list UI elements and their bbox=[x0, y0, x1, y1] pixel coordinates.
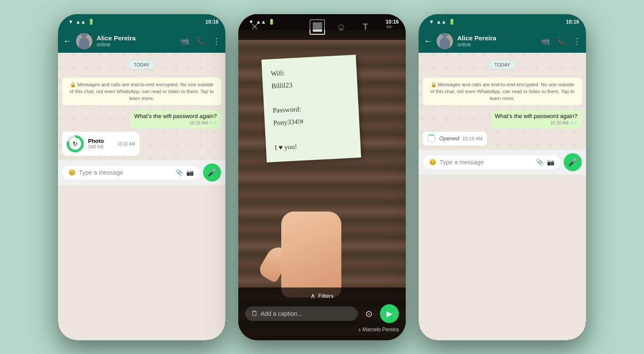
date-divider-3: TODAY bbox=[423, 61, 582, 69]
mic-button-3[interactable]: 🎤 bbox=[564, 153, 582, 171]
attach-icon-3[interactable]: 📎 bbox=[536, 159, 544, 166]
spinner-icon-3 bbox=[427, 134, 436, 143]
input-bar-3: 😊 Type a message 📎 📷 🎤 bbox=[419, 150, 586, 175]
encryption-notice-1[interactable]: 🔒 Messages and calls are end-to-end encr… bbox=[62, 78, 221, 105]
call-icon-3[interactable]: 📞 bbox=[557, 36, 566, 46]
recipient-label-2: Marcelo Pereira bbox=[362, 327, 399, 333]
photo-time-text-1: 10:16 AM bbox=[117, 142, 135, 146]
signal-icon-3: ▲▲ bbox=[436, 19, 447, 25]
battery-icon-1: 🔋 bbox=[88, 19, 94, 25]
sent-message-text-1: What's the wifi password again? bbox=[134, 113, 217, 119]
photo-icon-circle-1: ↻ bbox=[67, 135, 84, 152]
send-icon-2: ▶ bbox=[386, 309, 392, 318]
status-time-2: 10:16 bbox=[386, 19, 399, 25]
chat-wrapper-1: TODAY 🔒 Messages and calls are end-to-en… bbox=[58, 53, 225, 160]
caption-sticker-icon-2: 🗒 bbox=[251, 310, 258, 318]
chat-area-3: TODAY 🔒 Messages and calls are end-to-en… bbox=[419, 53, 586, 150]
encryption-notice-3[interactable]: 🔒 Messages and calls are end-to-end encr… bbox=[423, 78, 582, 105]
phones-container: ▼ ▲▲ 🔋 10:16 ← Alice Pereira online bbox=[58, 14, 586, 340]
caption-bar-2: 🗒 Add a caption... ⊙ ▶ bbox=[245, 304, 399, 323]
status-bar-2: ▼ ▲▲ 🔋 10:16 bbox=[238, 14, 406, 30]
double-check-1: ✓✓ bbox=[209, 120, 217, 126]
filters-bar-2: ∧ Filters bbox=[245, 292, 399, 300]
photo-time-1: 10:16 AM bbox=[117, 142, 135, 146]
input-field-3[interactable]: 😊 Type a message 📎 📷 bbox=[423, 155, 560, 169]
double-check-3: ✓✓ bbox=[570, 120, 577, 126]
date-badge-1: TODAY bbox=[129, 61, 155, 69]
mic-button-1[interactable]: 🎤 bbox=[203, 163, 221, 182]
avatar-silhouette-1 bbox=[79, 37, 89, 49]
camera-input-icon-3[interactable]: 📷 bbox=[547, 159, 554, 166]
video-call-icon-1[interactable]: 📹 bbox=[180, 36, 189, 46]
battery-icon-2: 🔋 bbox=[268, 19, 275, 25]
back-button-1[interactable]: ← bbox=[63, 36, 72, 46]
menu-icon-1[interactable]: ⋮ bbox=[213, 36, 220, 46]
wa-header-1: ← Alice Pereira online 📹 📞 ⋮ bbox=[58, 30, 225, 53]
photo-attachment-1[interactable]: ↻ Photo 348 KB 10:16 AM bbox=[62, 132, 140, 156]
view-once-icon-2[interactable]: ⊙ bbox=[361, 306, 377, 321]
caption-input-2[interactable]: 🗒 Add a caption... bbox=[245, 306, 358, 321]
recipient-bar-2[interactable]: › Marcelo Pereira bbox=[245, 326, 399, 333]
avatar-img-3 bbox=[437, 33, 453, 49]
status-bar-1: ▼ ▲▲ 🔋 10:16 bbox=[58, 14, 225, 30]
battery-icon-3: 🔋 bbox=[449, 19, 455, 25]
emoji-input-icon-1[interactable]: 😊 bbox=[68, 169, 76, 176]
photo-info-1: Photo 348 KB bbox=[88, 138, 113, 149]
hand-shape-2 bbox=[281, 212, 341, 297]
wifi-icon-3: ▼ bbox=[429, 19, 434, 25]
avatar-silhouette-3 bbox=[440, 37, 450, 49]
status-icons-3: ▼ ▲▲ 🔋 bbox=[429, 19, 455, 25]
phone-2: ▼ ▲▲ 🔋 10:16 Wifi: Billil23 Password: Po… bbox=[238, 14, 406, 340]
sent-time-3: 10:16 AM ✓✓ bbox=[495, 120, 577, 126]
back-button-3[interactable]: ← bbox=[424, 36, 432, 46]
send-button-2[interactable]: ▶ bbox=[380, 304, 399, 323]
wifi-icon-2: ▼ bbox=[249, 19, 254, 25]
input-field-1[interactable]: 😊 Type a message 📎 📷 bbox=[62, 166, 200, 179]
header-icons-3: 📹 📞 ⋮ bbox=[541, 36, 581, 46]
date-divider-1: TODAY bbox=[62, 61, 221, 69]
sent-message-3: What's the wifi password again? 10:16 AM… bbox=[491, 110, 582, 128]
wifi-icon-1: ▼ bbox=[68, 19, 73, 25]
sent-message-1: What's the wifi password again? 10:16 AM… bbox=[130, 110, 221, 128]
contact-info-3: Alice Pereira online bbox=[457, 34, 536, 48]
contact-name-1: Alice Pereira bbox=[97, 34, 176, 42]
opened-status-3[interactable]: Opened 10:16 AM bbox=[423, 132, 487, 145]
date-badge-3: TODAY bbox=[489, 61, 516, 69]
sent-time-text-1: 10:16 AM bbox=[190, 121, 208, 125]
signal-icon-2: ▲▲ bbox=[256, 19, 266, 25]
phone-3: ▼ ▲▲ 🔋 10:16 ← Alice Pereira online bbox=[419, 14, 586, 340]
chat-wrapper-3: TODAY 🔒 Messages and calls are end-to-en… bbox=[419, 53, 586, 150]
editor-bottom-2: ∧ Filters 🗒 Add a caption... ⊙ ▶ › Marce… bbox=[238, 287, 406, 340]
signal-icon-1: ▲▲ bbox=[76, 19, 86, 25]
mic-icon-1: 🎤 bbox=[207, 168, 217, 177]
contact-status-1: online bbox=[97, 42, 176, 48]
video-call-icon-3[interactable]: 📹 bbox=[541, 36, 550, 46]
mic-icon-3: 🎤 bbox=[568, 157, 577, 167]
avatar-3 bbox=[437, 33, 453, 49]
sent-time-1: 10:16 AM ✓✓ bbox=[134, 120, 217, 126]
input-placeholder-3[interactable]: Type a message bbox=[440, 159, 533, 166]
opened-time-3: 10:16 AM bbox=[462, 136, 482, 141]
filters-label-2[interactable]: Filters bbox=[318, 293, 333, 299]
caption-placeholder-2[interactable]: Add a caption... bbox=[261, 310, 302, 317]
photo-name-1: Photo bbox=[88, 138, 113, 144]
photo-size-1: 348 KB bbox=[88, 144, 113, 149]
menu-icon-3[interactable]: ⋮ bbox=[573, 36, 581, 46]
filters-up-icon-2: ∧ bbox=[310, 292, 316, 300]
hand-area-2 bbox=[273, 203, 350, 297]
sent-time-text-3: 10:16 AM bbox=[550, 121, 568, 125]
contact-name-3: Alice Pereira bbox=[457, 34, 536, 42]
input-bar-1: 😊 Type a message 📎 📷 🎤 bbox=[58, 160, 225, 185]
sent-message-text-3: What's the wifi password again? bbox=[495, 113, 577, 119]
call-icon-1[interactable]: 📞 bbox=[196, 36, 206, 46]
attach-icon-1[interactable]: 📎 bbox=[176, 169, 183, 176]
input-placeholder-1[interactable]: Type a message bbox=[79, 169, 172, 176]
emoji-input-icon-3[interactable]: 😊 bbox=[429, 159, 436, 166]
status-bar-3: ▼ ▲▲ 🔋 10:16 bbox=[419, 14, 586, 30]
status-icons-1: ▼ ▲▲ 🔋 bbox=[68, 19, 94, 25]
status-icons-2: ▼ ▲▲ 🔋 bbox=[249, 19, 275, 25]
camera-input-icon-1[interactable]: 📷 bbox=[186, 169, 194, 176]
sticky-note-2: Wifi: Billil23 Password: Pony334!# I ♥ y… bbox=[261, 54, 361, 162]
wa-header-3: ← Alice Pereira online 📹 📞 ⋮ bbox=[419, 30, 586, 53]
avatar-1 bbox=[76, 33, 92, 49]
